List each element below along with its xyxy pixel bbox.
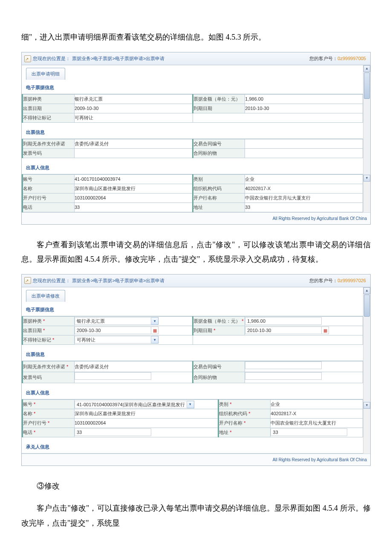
breadcrumb: 您现在的位置是： 票据业务>电子票据>电子票据申请>出票申请 <box>24 54 164 63</box>
val-name: 深圳市南山区嘉佳果菜批发行 <box>75 409 219 419</box>
val-bank-no: 103100002064 <box>75 193 193 202</box>
lbl-address: 地址 <box>219 428 271 437</box>
lbl-issue-date: 出票日期 <box>23 326 75 335</box>
app-header: 您现在的位置是： 票据业务>电子票据>电子票据申请>出票申请 您的客户号：0z9… <box>22 52 370 65</box>
val-invoice-no <box>75 148 193 158</box>
lbl-category: 类别 <box>219 400 271 409</box>
lbl-bank-no: 开户行行号 <box>23 193 75 202</box>
doc-paragraph-4: 客户点击"修改"，可以直接修改已录入每笔出票申请交易的详细信息。显示界面如图 4… <box>21 501 371 530</box>
scroll-up-icon[interactable]: ▲ <box>363 65 370 72</box>
lbl-invoice-no: 发票号码 <box>23 372 75 383</box>
lbl-no-transfer: 不得转让标记 <box>23 335 75 344</box>
lbl-amount: 票据金额（单位：元） <box>193 316 245 326</box>
cust-label: 您的客户号： <box>309 56 337 61</box>
lbl-issue-date: 出票日期 <box>23 104 75 113</box>
issue-info-table: 到期无条件支付承诺 含委托/承诺兑付 交易合同编号 发票号码 合同标的物 <box>22 139 363 158</box>
val-issue-date: 2009-10-30 <box>75 104 193 113</box>
doc-paragraph-2: 客户查看到该笔出票申请交易的详细信息后，点击"修改"，可以修改该笔出票申请交易的… <box>21 237 371 266</box>
breadcrumb-path[interactable]: 票据业务>电子票据>电子票据申请>出票申请 <box>72 54 164 63</box>
val-org-code: 40202817-X <box>245 184 363 193</box>
lbl-contract-subject: 合同标的物 <box>193 148 245 158</box>
val-uncond-pay: 含委托/承诺兑付 <box>75 361 193 372</box>
lbl-account: 账号 <box>23 400 75 409</box>
input-contract-subject[interactable] <box>245 372 322 380</box>
footer-copyright: All Rights Reserved by Agricultural Bank… <box>22 212 370 224</box>
location-icon <box>24 277 31 284</box>
lbl-bank-name: 开户行名称 <box>219 419 271 428</box>
input-phone[interactable]: 33 <box>75 428 151 436</box>
lbl-uncond-pay: 到期无条件支付承诺 <box>23 361 75 372</box>
val-bank-no: 103100002064 <box>75 419 219 428</box>
val-no-transfer: 可再转让 <box>75 113 193 122</box>
lbl-phone: 电话 <box>23 202 75 212</box>
lbl-name: 名称 <box>23 184 75 193</box>
section-drawer-info: 出票人信息 <box>22 158 363 174</box>
lbl-address: 地址 <box>193 202 245 212</box>
scroll-down-icon[interactable]: ▼ <box>363 402 370 409</box>
chevron-down-icon[interactable]: ▾ <box>187 401 194 408</box>
input-contract-no[interactable] <box>245 361 322 369</box>
ebill-info-table: 票据种类 银行承兑汇票 票据金额（单位：元） 1,986.00 出票日期 200… <box>22 94 363 123</box>
app-header: 您现在的位置是： 票据业务>电子票据>电子票据申请>出票申请 您的客户号：0z9… <box>22 275 370 287</box>
breadcrumb-path[interactable]: 票据业务>电子票据>电子票据申请>出票申请 <box>72 276 164 285</box>
section-issue-info: 出票信息 <box>22 345 363 361</box>
cust-label: 您的客户号： <box>309 278 337 283</box>
lbl-due-date: 到期日期 <box>193 326 245 335</box>
val-bank-name: 中国农业银行北京月坛大厦支行 <box>245 193 363 202</box>
lbl-bank-name: 开户行名称 <box>193 193 245 202</box>
val-category: 企业 <box>271 400 363 409</box>
scrollbar[interactable]: ▲ ▼ <box>363 287 370 454</box>
lbl-no-transfer: 不得转让标记 <box>23 113 75 122</box>
val-address: 33 <box>245 202 363 212</box>
section-ebill-info: 电子票据信息 <box>22 302 363 316</box>
input-amount[interactable]: 1,986.00 <box>245 317 322 325</box>
input-address[interactable]: 33 <box>271 428 347 436</box>
val-amount: 1,986.00 <box>245 94 363 104</box>
tab-detail[interactable]: 出票申请明细 <box>26 68 65 80</box>
val-bill-type: 银行承兑汇票 <box>75 94 193 104</box>
lbl-contract-no: 交易合同编号 <box>193 139 245 148</box>
lbl-uncond-pay: 到期无条件支付承诺 <box>23 139 75 148</box>
lbl-contract-no: 交易合同编号 <box>193 361 245 372</box>
val-bank-name: 中国农业银行北京月坛大厦支行 <box>271 419 363 428</box>
section-ebill-info: 电子票据信息 <box>22 80 363 94</box>
breadcrumb: 您现在的位置是： 票据业务>电子票据>电子票据申请>出票申请 <box>24 276 164 285</box>
input-due-date[interactable]: 2010-10-30▦ <box>245 327 363 334</box>
lbl-account: 账号 <box>23 174 75 184</box>
cust-id: 0z999997005 <box>337 56 366 61</box>
app-screenshot-detail: 您现在的位置是： 票据业务>电子票据>电子票据申请>出票申请 您的客户号：0z9… <box>21 52 371 224</box>
scrollbar[interactable]: ▲ ▼ <box>363 65 370 212</box>
issue-info-table: 到期无条件支付承诺 含委托/承诺兑付 交易合同编号 发票号码 合同标的物 <box>22 361 363 384</box>
app-screenshot-edit: 您现在的位置是： 票据业务>电子票据>电子票据申请>出票申请 您的客户号：0z9… <box>21 274 371 466</box>
calendar-icon[interactable]: ▦ <box>151 327 159 334</box>
select-no-transfer[interactable]: 可再转让▾ <box>75 336 193 344</box>
cust-id: 0z999997026 <box>337 278 366 283</box>
lbl-bill-type: 票据种类 <box>23 94 75 104</box>
lbl-invoice-no: 发票号码 <box>23 148 75 158</box>
scroll-down-icon[interactable]: ▼ <box>363 175 370 182</box>
select-bill-type[interactable]: 银行承兑汇票▾ <box>75 317 192 325</box>
val-category: 企业 <box>245 174 363 184</box>
doc-paragraph-1: 细"，进入出票申请明细界面查看该笔交易的详细信息。如图 4.5.3 所示。 <box>21 30 371 44</box>
input-issue-date[interactable]: 2009-10-30▦ <box>75 327 192 334</box>
lbl-contract-subject: 合同标的物 <box>193 372 245 383</box>
select-account[interactable]: 41-001701040003974|深圳市南山区嘉佳果菜批发行▾ <box>75 401 218 408</box>
tab-edit[interactable]: 出票申请修改 <box>26 290 65 302</box>
loc-label: 您现在的位置是： <box>33 54 70 63</box>
chevron-down-icon[interactable]: ▾ <box>151 336 159 344</box>
section-drawer-info: 出票人信息 <box>22 383 363 399</box>
drawer-info-table: 账号 41-001701040003974 类别 企业 名称 深圳市南山区嘉佳果… <box>22 174 363 212</box>
input-invoice-no[interactable] <box>75 372 151 380</box>
scroll-up-icon[interactable]: ▲ <box>363 287 370 294</box>
lbl-due-date: 到期日期 <box>193 104 245 113</box>
lbl-org-code: 组织机构代码 <box>219 409 271 419</box>
lbl-org-code: 组织机构代码 <box>193 184 245 193</box>
calendar-icon[interactable]: ▦ <box>322 327 329 334</box>
val-contract-no <box>245 139 363 148</box>
lbl-bank-no: 开户行行号 <box>23 419 75 428</box>
lbl-name: 名称 <box>23 409 75 419</box>
lbl-bill-type: 票据种类 <box>23 316 75 326</box>
chevron-down-icon[interactable]: ▾ <box>151 317 159 325</box>
val-contract-subject <box>245 148 363 158</box>
val-name: 深圳市南山区嘉佳果菜批发行 <box>75 184 193 193</box>
